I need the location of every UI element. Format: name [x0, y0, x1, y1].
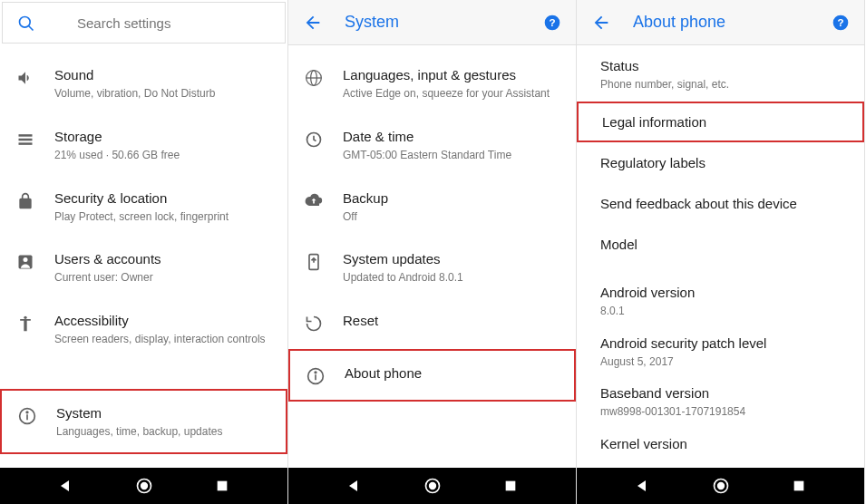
nav-bar: [577, 468, 864, 504]
item-system[interactable]: System Languages, time, backup, updates: [0, 389, 287, 454]
system-list: Languages, input & gestures Active Edge …: [288, 45, 576, 468]
svg-point-10: [26, 412, 28, 413]
reset-icon: [303, 313, 325, 334]
item-sub: Volume, vibration, Do Not Disturb: [54, 86, 273, 102]
item-android-version[interactable]: Android version 8.0.1: [577, 276, 864, 326]
svg-point-25: [315, 372, 316, 373]
nav-home-icon[interactable]: [135, 477, 153, 495]
item-title: Security & location: [54, 189, 273, 208]
item-sub: Active Edge on, squeeze for your Assista…: [343, 86, 561, 102]
about-phone-panel: About phone ? Status Phone number, signa…: [577, 0, 865, 504]
svg-text:?: ?: [837, 16, 843, 28]
item-title: Sound: [54, 65, 273, 84]
item-title: Legal information: [602, 112, 848, 131]
item-title: Accessibility: [54, 311, 273, 330]
search-placeholder: Search settings: [77, 15, 170, 31]
nav-back-icon[interactable]: [635, 478, 651, 494]
svg-point-6: [24, 257, 28, 262]
search-bar[interactable]: Search settings: [2, 2, 286, 44]
item-status[interactable]: Status Phone number, signal, etc.: [577, 47, 864, 102]
settings-list: Sound Volume, vibration, Do Not Disturb …: [0, 45, 287, 468]
cloud-icon: [303, 190, 325, 212]
item-system-updates[interactable]: System updates Updated to Android 8.0.1: [288, 237, 576, 298]
nav-bar: [0, 468, 287, 504]
nav-back-icon[interactable]: [346, 478, 363, 494]
sound-icon: [15, 67, 36, 89]
item-legal-information[interactable]: Legal information: [577, 102, 864, 142]
back-icon[interactable]: [303, 13, 323, 33]
nav-recent-icon[interactable]: [792, 479, 806, 493]
item-title: Model: [600, 235, 850, 254]
item-about-phone[interactable]: About phone: [288, 349, 576, 402]
item-security[interactable]: Security & location Play Protect, screen…: [0, 176, 287, 237]
item-title: Kernel version: [600, 434, 850, 453]
nav-recent-icon[interactable]: [215, 479, 229, 493]
item-model[interactable]: Model: [577, 224, 864, 276]
svg-point-0: [20, 17, 31, 28]
item-title: Regulatory labels: [600, 153, 850, 172]
item-title: Date & time: [343, 127, 561, 146]
item-accessibility[interactable]: Accessibility Screen readers, display, i…: [0, 298, 287, 360]
item-users[interactable]: Users & accounts Current user: Owner: [0, 237, 287, 298]
users-icon: [15, 251, 36, 273]
item-regulatory[interactable]: Regulatory labels: [577, 142, 864, 183]
item-sub: Play Protect, screen lock, fingerprint: [54, 209, 273, 225]
item-backup[interactable]: Backup Off: [288, 176, 576, 237]
page-title: System: [345, 13, 399, 32]
nav-home-icon[interactable]: [712, 477, 730, 495]
item-sound[interactable]: Sound Volume, vibration, Do Not Disturb: [0, 53, 287, 114]
svg-rect-3: [19, 139, 33, 141]
item-reset[interactable]: Reset: [288, 298, 576, 349]
item-sub: GMT-05:00 Eastern Standard Time: [343, 148, 561, 163]
update-icon: [303, 251, 325, 273]
about-list: Status Phone number, signal, etc. Legal …: [577, 45, 864, 468]
item-datetime[interactable]: Date & time GMT-05:00 Eastern Standard T…: [288, 114, 576, 176]
item-sub: August 5, 2017: [600, 354, 850, 370]
item-feedback[interactable]: Send feedback about this device: [577, 183, 864, 224]
item-sub: mw8998-001301-1707191854: [600, 404, 850, 420]
item-title: Send feedback about this device: [600, 194, 850, 213]
svg-rect-4: [19, 142, 33, 145]
item-title: Users & accounts: [54, 249, 273, 268]
item-security-patch[interactable]: Android security patch level August 5, 2…: [577, 326, 864, 377]
clock-icon: [303, 129, 325, 150]
item-title: About phone: [345, 363, 547, 383]
globe-icon: [303, 67, 325, 89]
svg-point-14: [141, 483, 148, 489]
svg-point-32: [718, 483, 725, 489]
svg-rect-15: [218, 481, 228, 491]
svg-text:?: ?: [549, 16, 555, 28]
help-icon[interactable]: ?: [832, 14, 850, 32]
svg-point-27: [430, 483, 436, 489]
svg-rect-28: [506, 481, 516, 491]
item-title: Android security patch level: [600, 334, 850, 353]
back-icon[interactable]: [591, 13, 611, 33]
page-title: About phone: [633, 13, 725, 32]
item-storage[interactable]: Storage 21% used · 50.66 GB free: [0, 114, 287, 176]
svg-rect-2: [19, 134, 33, 137]
item-sub: Phone number, signal, etc.: [600, 77, 850, 92]
item-languages[interactable]: Languages, input & gestures Active Edge …: [288, 53, 576, 114]
item-title: Languages, input & gestures: [343, 65, 561, 84]
info-icon: [305, 365, 326, 387]
nav-recent-icon[interactable]: [503, 479, 518, 493]
item-sub: 8.0.1: [600, 304, 850, 319]
item-title: Reset: [343, 311, 561, 330]
nav-home-icon[interactable]: [423, 477, 442, 495]
help-icon[interactable]: ?: [543, 14, 561, 32]
header: System ?: [288, 0, 576, 45]
item-baseband[interactable]: Baseband version mw8998-001301-170719185…: [577, 376, 864, 427]
storage-icon: [15, 129, 36, 150]
svg-rect-33: [794, 481, 804, 491]
item-title: System updates: [343, 249, 561, 268]
item-support[interactable]: ? Support & tips Help articles, phone & …: [0, 454, 287, 468]
item-title: System: [56, 403, 271, 422]
settings-panel: Search settings Sound Volume, vibration,…: [0, 0, 288, 504]
svg-line-1: [29, 26, 34, 31]
item-sub: 21% used · 50.66 GB free: [54, 148, 273, 163]
item-sub: Current user: Owner: [54, 270, 273, 286]
item-title: Backup: [343, 189, 561, 208]
nav-back-icon[interactable]: [58, 478, 74, 494]
item-kernel[interactable]: Kernel version: [577, 427, 864, 457]
item-sub: Screen readers, display, interaction con…: [54, 332, 273, 347]
